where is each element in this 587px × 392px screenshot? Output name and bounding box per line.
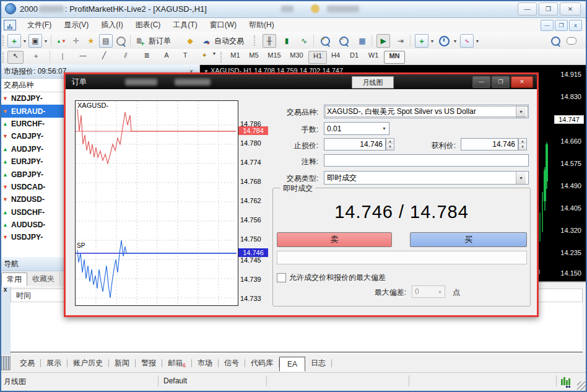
menu-help[interactable]: 帮助(H) xyxy=(243,18,280,32)
chevron-down-icon[interactable]: ▼ xyxy=(516,172,526,184)
max-deviation-combobox[interactable]: 0 ▼ xyxy=(412,285,445,298)
trendline-tool-icon[interactable]: ╱ xyxy=(97,51,111,63)
dialog-minimize-button[interactable]: — xyxy=(472,76,490,88)
terminal-grip[interactable] xyxy=(1,356,11,370)
vertical-line-tool-icon[interactable]: ｜ xyxy=(56,51,69,63)
tab-alerts[interactable]: 警报 xyxy=(136,355,162,371)
takeprofit-spinner[interactable]: ▲ ▼ xyxy=(518,138,527,150)
new-order-button[interactable]: 新订单 xyxy=(149,36,171,46)
text-tool-icon[interactable]: A xyxy=(160,51,173,63)
candlestick-chart-icon[interactable]: ▮ xyxy=(280,34,294,48)
buy-button[interactable]: 买 xyxy=(410,232,527,247)
horizontal-line-tool-icon[interactable]: — xyxy=(76,51,90,63)
arrows-dropdown-icon[interactable]: ▼ xyxy=(209,51,219,63)
zoom-in-icon[interactable]: + xyxy=(318,34,332,48)
dialog-close-button[interactable]: ✕ xyxy=(511,76,533,88)
sell-button[interactable]: 卖 xyxy=(277,232,392,247)
menu-tools[interactable]: 工具(T) xyxy=(167,18,203,32)
channel-tool-icon[interactable]: ⫽ xyxy=(118,51,134,63)
window-close-button[interactable]: ✕ xyxy=(560,2,581,15)
templates-dropdown-icon[interactable]: ▼ xyxy=(473,34,482,48)
timeframe-m30[interactable]: M30 xyxy=(286,51,307,63)
tab-trade[interactable]: 交易 xyxy=(14,355,40,371)
expert-book-icon[interactable]: ◆ xyxy=(183,34,197,48)
timeframe-w1[interactable]: W1 xyxy=(364,51,383,63)
spin-down-icon[interactable]: ▼ xyxy=(519,144,526,150)
tab-news[interactable]: 新闻 xyxy=(109,355,135,371)
zoom-out-icon[interactable]: − xyxy=(337,34,350,48)
tab-exposure[interactable]: 展示 xyxy=(41,355,67,371)
timeframe-m15[interactable]: M15 xyxy=(264,51,285,63)
menu-insert[interactable]: 插入(I) xyxy=(95,18,129,32)
search-icon[interactable] xyxy=(549,34,562,48)
checkbox-icon[interactable] xyxy=(277,273,286,282)
stoploss-spinner[interactable]: ▲ ▼ xyxy=(386,138,394,150)
autotrading-button[interactable]: 自动交易 xyxy=(214,36,244,46)
tab-signals[interactable]: 信号 xyxy=(219,355,245,371)
terminal-icon[interactable]: ▤ xyxy=(99,34,113,48)
menu-window[interactable]: 窗口(W) xyxy=(204,18,243,32)
periods-icon[interactable] xyxy=(437,34,451,48)
toolbar-grip[interactable] xyxy=(254,35,258,46)
timeframe-m5[interactable]: M5 xyxy=(245,51,263,63)
tab-code-base[interactable]: 代码库 xyxy=(245,355,279,371)
menu-charts[interactable]: 图表(C) xyxy=(129,18,167,32)
child-restore-button[interactable]: ❐ xyxy=(555,20,568,31)
autotrading-icon[interactable]: ☁● xyxy=(199,34,213,48)
deviation-checkbox-row[interactable]: 允许成交价和报价的最大偏差 xyxy=(277,272,386,283)
spin-up-icon[interactable]: ▲ xyxy=(386,139,394,144)
indicators-icon[interactable]: ＋ xyxy=(415,34,428,48)
navigator-icon[interactable]: ★ xyxy=(84,34,98,48)
new-order-icon[interactable]: 🗎＋ xyxy=(134,34,147,48)
child-minimize-button[interactable]: — xyxy=(541,20,554,31)
chevron-down-icon[interactable]: ▼ xyxy=(382,126,386,131)
fibonacci-tool-icon[interactable]: ≣ xyxy=(139,51,155,63)
crosshair-tool-icon[interactable]: ＋ xyxy=(28,51,43,63)
tab-favorites[interactable]: 收藏夹 xyxy=(27,272,60,285)
takeprofit-input[interactable]: 14.746 xyxy=(461,138,518,150)
new-chart-dropdown-icon[interactable]: ▼ xyxy=(20,34,29,48)
chevron-down-icon[interactable]: ▼ xyxy=(516,105,526,118)
tile-windows-icon[interactable]: ▦ xyxy=(355,34,369,48)
chart-shift-icon[interactable]: ⇥ xyxy=(394,34,407,48)
tab-experts[interactable]: EA xyxy=(279,357,305,372)
periods-dropdown-icon[interactable]: ▼ xyxy=(451,34,459,48)
new-chart-icon[interactable]: ＋ xyxy=(7,34,21,48)
line-chart-icon[interactable]: ∿ xyxy=(297,34,311,48)
child-close-button[interactable]: x xyxy=(569,20,582,31)
timeframe-d1[interactable]: D1 xyxy=(346,51,363,63)
dialog-restore-button[interactable]: ❐ xyxy=(492,76,510,88)
spin-down-icon[interactable]: ▼ xyxy=(386,144,394,150)
timeframe-h4[interactable]: H4 xyxy=(327,51,344,63)
toolbar-grip[interactable] xyxy=(2,52,6,63)
auto-scroll-icon[interactable]: ▶ xyxy=(376,34,390,48)
data-window-icon[interactable]: ✛ xyxy=(69,34,83,48)
indicators-dropdown-icon[interactable]: ▼ xyxy=(428,34,437,48)
menu-file[interactable]: 文件(F) xyxy=(21,18,58,32)
profiles-icon[interactable]: ▣ xyxy=(28,34,42,48)
templates-icon[interactable]: ∿ xyxy=(460,34,474,48)
comment-input[interactable] xyxy=(324,154,529,167)
tab-journal[interactable]: 日志 xyxy=(305,355,331,371)
strategy-tester-icon[interactable] xyxy=(114,34,128,48)
profiles-dropdown-icon[interactable]: ▼ xyxy=(41,34,50,48)
tab-market[interactable]: 市场 xyxy=(192,355,218,371)
bar-chart-icon[interactable]: ╫ xyxy=(263,34,276,48)
tab-common[interactable]: 常用 xyxy=(1,272,27,286)
text-label-tool-icon[interactable]: T xyxy=(178,51,192,63)
tab-account-history[interactable]: 账户历史 xyxy=(67,355,108,371)
symbol-combobox[interactable]: XAGUSD-, 白银美元 Spot Silver vs US Dollar ▼ xyxy=(324,105,529,118)
terminal-close-icon[interactable]: x xyxy=(0,286,11,293)
resize-grip[interactable] xyxy=(577,381,586,390)
market-watch-icon[interactable]: ▲▼ xyxy=(54,34,68,48)
tab-mailbox[interactable]: 邮箱6 xyxy=(162,355,191,371)
chat-icon[interactable] xyxy=(565,34,578,48)
status-profile[interactable]: Default xyxy=(163,377,187,385)
timeframe-h1[interactable]: H1 xyxy=(308,51,327,64)
toolbar-grip[interactable] xyxy=(2,35,6,46)
window-restore-button[interactable]: ❐ xyxy=(539,2,558,15)
timeframe-m1[interactable]: M1 xyxy=(227,51,244,63)
dialog-title-bar[interactable]: 订单 — ❐ ✕ xyxy=(66,74,537,89)
menu-view[interactable]: 显示(V) xyxy=(58,18,95,32)
timeframe-mn[interactable]: MN xyxy=(384,51,405,64)
